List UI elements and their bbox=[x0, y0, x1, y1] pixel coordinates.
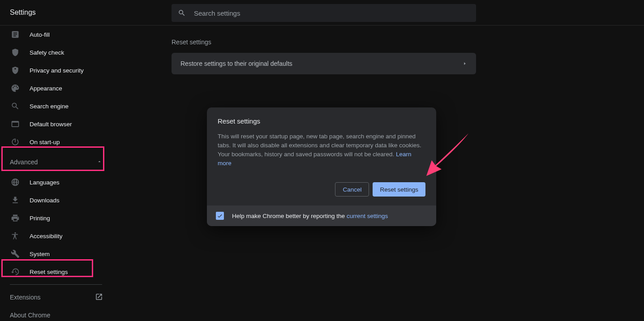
sidebar-item-about[interactable]: About Chrome bbox=[0, 306, 112, 321]
open-external-icon bbox=[95, 293, 103, 302]
sidebar-item-label: Default browser bbox=[30, 121, 72, 128]
sidebar-item-label: Accessibility bbox=[30, 233, 63, 240]
restore-defaults-row[interactable]: Restore settings to their original defau… bbox=[172, 53, 476, 74]
search-container[interactable] bbox=[172, 4, 476, 22]
restore-icon bbox=[10, 266, 21, 277]
sidebar-item-appearance[interactable]: Appearance bbox=[0, 79, 112, 97]
sidebar-item-label: Privacy and security bbox=[30, 67, 84, 74]
sidebar-item-autofill[interactable]: Auto-fill bbox=[0, 26, 112, 43]
sidebar-item-accessibility[interactable]: Accessibility bbox=[0, 227, 112, 245]
search-input[interactable] bbox=[194, 9, 470, 17]
sidebar-item-languages[interactable]: Languages bbox=[0, 173, 112, 191]
wrench-icon bbox=[10, 248, 21, 259]
sidebar-item-label: Downloads bbox=[30, 197, 60, 204]
sidebar-item-system[interactable]: System bbox=[0, 245, 112, 263]
header: Settings bbox=[0, 0, 644, 26]
cancel-button[interactable]: Cancel bbox=[335, 182, 369, 197]
chevron-right-icon bbox=[463, 60, 467, 67]
row-label: Restore settings to their original defau… bbox=[180, 60, 292, 67]
dialog-title: Reset settings bbox=[218, 117, 425, 125]
about-label: About Chrome bbox=[10, 312, 50, 319]
sidebar-item-search-engine[interactable]: Search engine bbox=[0, 97, 112, 115]
search-icon bbox=[178, 9, 186, 17]
sidebar-advanced-toggle[interactable]: Advanced bbox=[0, 151, 112, 173]
advanced-label: Advanced bbox=[10, 158, 38, 166]
main-content: Reset settings Restore settings to their… bbox=[172, 39, 476, 74]
sidebar-item-startup[interactable]: On start-up bbox=[0, 133, 112, 151]
sidebar-item-default-browser[interactable]: Default browser bbox=[0, 115, 112, 133]
autofill-icon bbox=[10, 29, 21, 40]
dialog-body: Reset settings This will reset your star… bbox=[207, 107, 436, 205]
reset-confirm-button[interactable]: Reset settings bbox=[373, 182, 425, 197]
sidebar-item-label: Search engine bbox=[30, 103, 69, 110]
sidebar: Auto-fill Safety check Privacy and secur… bbox=[0, 26, 112, 321]
security-icon bbox=[10, 65, 21, 76]
sidebar-item-label: On start-up bbox=[30, 139, 60, 146]
page-title: Settings bbox=[0, 9, 36, 17]
dialog-description: This will reset your startup page, new t… bbox=[218, 132, 425, 168]
accessibility-icon bbox=[10, 231, 21, 241]
report-checkbox[interactable] bbox=[216, 212, 224, 220]
sidebar-item-reset[interactable]: Reset settings bbox=[0, 263, 112, 281]
sidebar-item-printing[interactable]: Printing bbox=[0, 209, 112, 227]
palette-icon bbox=[10, 83, 21, 94]
chevron-up-icon bbox=[97, 158, 102, 166]
dialog-footer: Help make Chrome better by reporting the… bbox=[207, 205, 436, 226]
sidebar-item-label: Reset settings bbox=[30, 269, 68, 275]
sidebar-item-safety[interactable]: Safety check bbox=[0, 43, 112, 61]
search-icon bbox=[10, 101, 21, 111]
extensions-label: Extensions bbox=[10, 294, 40, 301]
reset-dialog: Reset settings This will reset your star… bbox=[207, 107, 436, 226]
dialog-actions: Cancel Reset settings bbox=[218, 182, 425, 197]
sidebar-item-label: Languages bbox=[30, 179, 60, 186]
download-icon bbox=[10, 195, 21, 205]
sidebar-item-privacy[interactable]: Privacy and security bbox=[0, 61, 112, 79]
globe-icon bbox=[10, 177, 21, 188]
current-settings-link[interactable]: current settings bbox=[347, 213, 388, 219]
browser-icon bbox=[10, 119, 21, 129]
sidebar-item-downloads[interactable]: Downloads bbox=[0, 191, 112, 209]
power-icon bbox=[10, 137, 21, 147]
section-title: Reset settings bbox=[172, 39, 476, 46]
sidebar-item-label: Auto-fill bbox=[30, 31, 50, 38]
shield-icon bbox=[10, 47, 21, 58]
divider bbox=[10, 284, 102, 285]
dialog-footer-text: Help make Chrome better by reporting the… bbox=[232, 213, 388, 219]
print-icon bbox=[10, 213, 21, 223]
sidebar-item-label: Safety check bbox=[30, 49, 64, 56]
sidebar-item-label: System bbox=[30, 251, 50, 257]
sidebar-item-extensions[interactable]: Extensions bbox=[0, 288, 112, 306]
sidebar-item-label: Appearance bbox=[30, 85, 62, 92]
sidebar-item-label: Printing bbox=[30, 215, 50, 222]
